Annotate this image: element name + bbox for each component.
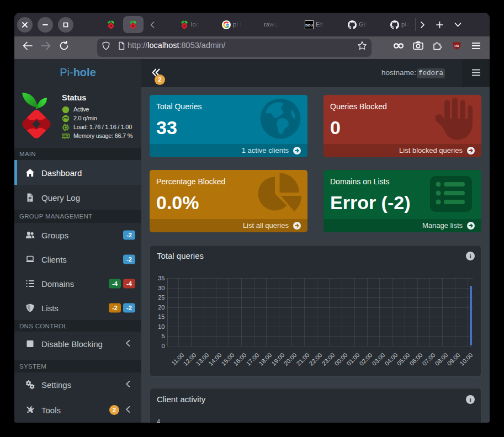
- svg-text:DOU: DOU: [305, 23, 313, 27]
- svg-text:UO: UO: [454, 44, 459, 47]
